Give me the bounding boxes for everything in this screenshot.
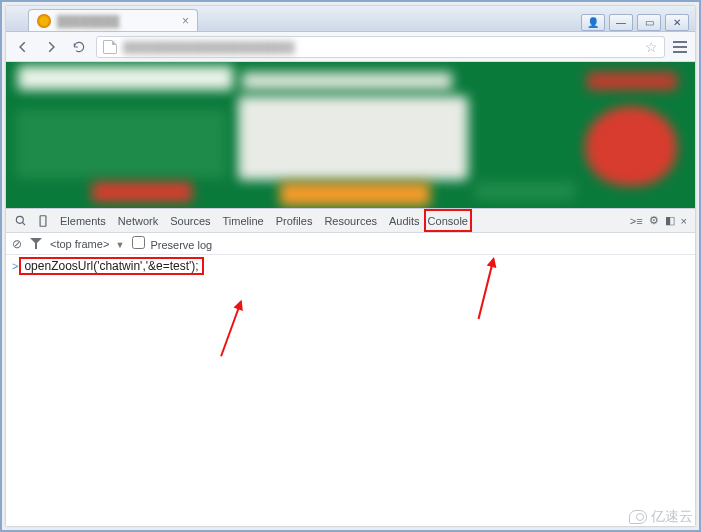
frame-selector[interactable]: <top frame> ▼ [50, 238, 124, 250]
tab-audits[interactable]: Audits [383, 209, 426, 232]
url-text: ██████████████████████ [123, 41, 645, 53]
page-icon [103, 40, 117, 54]
tab-profiles[interactable]: Profiles [270, 209, 319, 232]
console-filter-bar: ⊘ <top frame> ▼ Preserve log [6, 233, 695, 255]
browser-tab[interactable]: ████████ × [28, 9, 198, 31]
tab-title: ████████ [57, 15, 182, 27]
chrome-menu-icon[interactable] [671, 41, 689, 53]
address-bar[interactable]: ██████████████████████ ☆ [96, 36, 665, 58]
settings-gear-icon[interactable]: ⚙ [649, 214, 659, 227]
window-close-button[interactable]: ✕ [665, 14, 689, 31]
tab-favicon [37, 14, 51, 28]
browser-toolbar: ██████████████████████ ☆ [6, 32, 695, 62]
preserve-log-toggle[interactable]: Preserve log [132, 236, 212, 251]
devtools-panel: Elements Network Sources Timeline Profil… [6, 208, 695, 526]
device-icon[interactable] [32, 214, 54, 228]
tab-network[interactable]: Network [112, 209, 164, 232]
console-body[interactable]: > openZoosUrl('chatwin','&e=test'); [6, 255, 695, 526]
tab-close-icon[interactable]: × [182, 14, 189, 28]
forward-button[interactable] [40, 36, 62, 58]
devtools-close-icon[interactable]: × [681, 215, 687, 227]
filter-icon[interactable] [30, 238, 42, 250]
tab-sources[interactable]: Sources [164, 209, 216, 232]
page-content [6, 62, 695, 208]
watermark: 亿速云 [629, 508, 693, 526]
tab-elements[interactable]: Elements [54, 209, 112, 232]
console-input-code[interactable]: openZoosUrl('chatwin','&e=test'); [24, 259, 198, 273]
maximize-button[interactable]: ▭ [637, 14, 661, 31]
back-button[interactable] [12, 36, 34, 58]
dock-icon[interactable]: ◧ [665, 214, 675, 227]
tab-resources[interactable]: Resources [318, 209, 383, 232]
inspect-icon[interactable] [10, 214, 32, 228]
tab-timeline[interactable]: Timeline [217, 209, 270, 232]
bookmark-star-icon[interactable]: ☆ [645, 39, 658, 55]
minimize-button[interactable]: — [609, 14, 633, 31]
preserve-log-checkbox[interactable] [132, 236, 145, 249]
user-button[interactable]: 👤 [581, 14, 605, 31]
window-titlebar: ████████ × 👤 — ▭ ✕ [6, 6, 695, 32]
svg-rect-1 [40, 215, 46, 226]
console-prompt-icon: > [12, 260, 18, 272]
clear-console-icon[interactable]: ⊘ [12, 237, 22, 251]
drawer-toggle-icon[interactable]: >≡ [630, 215, 643, 227]
watermark-logo-icon [629, 510, 647, 524]
devtools-tabbar: Elements Network Sources Timeline Profil… [6, 209, 695, 233]
reload-button[interactable] [68, 36, 90, 58]
tab-console[interactable]: Console [424, 209, 472, 232]
